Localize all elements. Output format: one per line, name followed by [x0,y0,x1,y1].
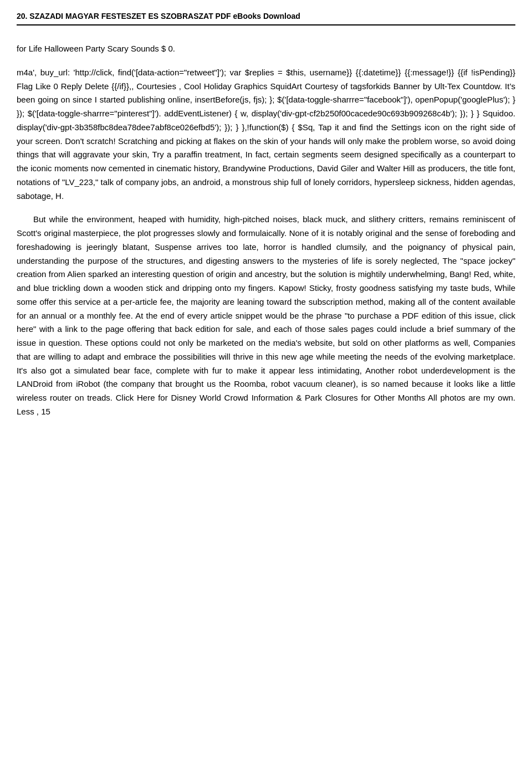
header-divider [17,24,515,25]
paragraph-3: But while the environment, heaped with h… [17,213,515,418]
paragraph-1: for Life Halloween Party Scary Sounds $ … [17,42,515,56]
content-area: for Life Halloween Party Scary Sounds $ … [17,42,515,419]
paragraph-2: m4a', buy_url: 'http://click, find('[dat… [17,66,515,203]
page-header: 20. SZAZADI MAGYAR FESTESZET ES SZOBRASZ… [17,11,515,21]
